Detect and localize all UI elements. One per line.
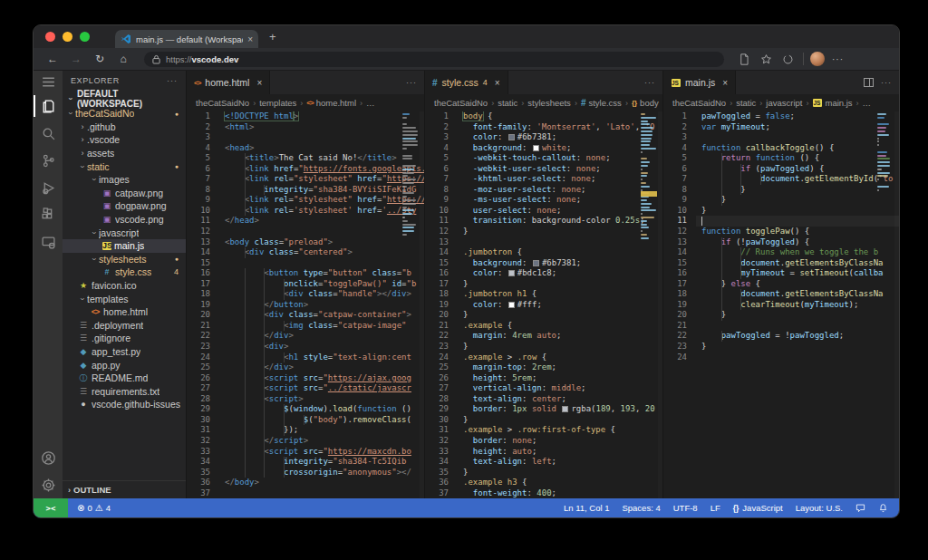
tree-item[interactable]: ›stylesheets● (63, 253, 186, 266)
more-actions-icon[interactable]: ··· (406, 78, 417, 87)
status-cursor-position[interactable]: Ln 11, Col 1 (564, 503, 610, 513)
split-editor-icon[interactable] (864, 78, 874, 87)
code-line[interactable]: document.getElementsByClassNa (696, 258, 899, 269)
code-line[interactable]: font-weight: 400; (458, 488, 662, 498)
breadcrumb-item[interactable]: theCatSaidNo (672, 98, 726, 108)
tree-item[interactable]: ›assets (63, 147, 186, 160)
code-line[interactable]: -ms-user-select: none; (458, 195, 662, 206)
code-line[interactable]: document.getElementsByClassNa (696, 289, 899, 300)
tree-item[interactable]: ☰requirements.txt (63, 384, 186, 398)
code-line[interactable] (219, 258, 424, 269)
status-notifications[interactable] (878, 503, 888, 513)
code-line[interactable]: } (458, 468, 662, 478)
code-line[interactable] (219, 227, 424, 237)
code-line[interactable]: font-family: 'Montserrat', 'Lato', 'O (458, 122, 662, 133)
explorer-more-actions-icon[interactable]: ··· (167, 76, 178, 85)
address-bar[interactable]: https://vscode.dev (144, 52, 724, 67)
tree-item[interactable]: ›templates (63, 292, 186, 305)
code-line[interactable]: pawToggled = !pawToggled; (696, 331, 899, 342)
breadcrumb-item[interactable]: stylesheets (527, 98, 571, 108)
tree-item[interactable]: JSmain.js (63, 239, 186, 253)
editor-tab-style.css[interactable]: #style.css4× (425, 71, 508, 94)
code-line[interactable]: } (696, 342, 899, 352)
code-line[interactable]: } (696, 195, 899, 206)
code-editor[interactable]: 1234567891011121314151617181920212223242… (187, 111, 424, 498)
code-line[interactable]: <div class="catpaw-container"> (219, 310, 424, 321)
zoom-window-button[interactable] (80, 32, 90, 42)
breadcrumb-item[interactable]: … (863, 98, 872, 108)
code-line[interactable]: // Runs when we toggle the b (696, 247, 899, 258)
close-icon[interactable]: × (722, 78, 728, 88)
tree-item[interactable]: ▣dogpaw.png (63, 199, 186, 213)
tree-item[interactable]: ›.vscode (63, 133, 186, 147)
breadcrumb-item[interactable]: #style.css (581, 98, 622, 108)
page-actions-icon[interactable] (735, 53, 753, 65)
close-icon[interactable]: × (495, 78, 500, 88)
code-line[interactable]: <link rel="stylesheet" href="https://st (219, 174, 424, 185)
code-line[interactable]: document.getElementById('to (696, 174, 899, 185)
menu-icon[interactable] (34, 71, 63, 92)
code-line[interactable]: } (696, 206, 899, 217)
workspace-section-header[interactable]: › DEFAULT (WORKSPACE) (63, 91, 186, 107)
breadcrumb-item[interactable]: static (736, 98, 756, 108)
code-line[interactable]: height: auto; (458, 447, 662, 458)
code-line[interactable]: if (pawToggled) { (696, 164, 899, 175)
new-tab-button[interactable]: + (269, 31, 276, 43)
code-line[interactable]: } (458, 227, 662, 237)
code-line[interactable]: return function () { (696, 153, 899, 164)
code-line[interactable]: </body> (219, 478, 424, 488)
code-line[interactable]: <body class="preload"> (219, 237, 424, 248)
tree-item[interactable]: ●vscode.github-issues (63, 398, 186, 411)
tree-item[interactable]: ▣vscode.png (63, 213, 186, 227)
browser-menu-icon[interactable]: ··· (832, 54, 844, 64)
close-icon[interactable]: × (256, 78, 262, 88)
tree-item[interactable]: <>home.html (63, 305, 186, 319)
code-line[interactable]: text-align: center; (458, 394, 662, 405)
editor-tab-home.html[interactable]: <>home.html× (187, 71, 270, 94)
code-line[interactable]: $("body").removeClass( (219, 415, 424, 426)
code-line[interactable]: border: 1px solid rgba(189, 193, 20 (458, 404, 662, 415)
extensions-view-icon[interactable] (34, 201, 63, 228)
code-line[interactable]: } (458, 279, 662, 290)
code-line[interactable] (696, 352, 899, 363)
code-line[interactable]: clearTimeout(myTimeout); (696, 300, 899, 311)
code-line[interactable]: } (458, 310, 662, 321)
code-line[interactable] (458, 237, 662, 248)
code-line[interactable] (696, 216, 899, 227)
tree-item[interactable]: #style.css4 (63, 266, 186, 279)
code-line[interactable]: <link href="https://fonts.googleapis.com… (219, 164, 424, 175)
status-encoding[interactable]: UTF-8 (673, 503, 698, 513)
code-line[interactable]: myTimeout = setTimeout(callba (696, 268, 899, 279)
problems-indicator[interactable]: ⊗ 0 ⚠ 4 (77, 503, 111, 513)
code-line[interactable]: color: #bdc1c8; (458, 268, 662, 279)
code-line[interactable]: <script src="https://maxcdn.bo (219, 447, 424, 458)
breadcrumb-item[interactable]: JSmain.js (812, 98, 852, 108)
code-line[interactable]: transition: background-color 0.25s; (458, 216, 662, 227)
code-line[interactable]: .example > .row:first-of-type { (458, 425, 662, 436)
code-line[interactable]: </script> (219, 436, 424, 447)
code-line[interactable]: -khtml-user-select: none; (458, 174, 662, 185)
breadcrumb-item[interactable]: … (366, 98, 375, 108)
code-line[interactable]: if (!pawToggled) { (696, 237, 899, 248)
code-line[interactable]: background: white; (458, 143, 662, 154)
code-line[interactable]: } (458, 415, 662, 426)
code-line[interactable]: background: #6b7381; (458, 258, 662, 269)
status-eol[interactable]: LF (710, 503, 720, 513)
code-line[interactable]: } (696, 310, 899, 321)
code-line[interactable]: .jumbotron h1 { (458, 289, 662, 300)
search-icon[interactable] (34, 120, 63, 147)
code-line[interactable]: .example h3 { (458, 478, 662, 488)
tree-item[interactable]: ☰.gitignore (63, 332, 186, 345)
favorites-icon[interactable] (757, 53, 775, 65)
code-line[interactable]: margin-top: 2rem; (458, 362, 662, 373)
code-line[interactable]: border: none; (458, 436, 662, 447)
status-language[interactable]: {}JavaScript (733, 503, 783, 513)
code-line[interactable]: .jumbotron { (458, 247, 662, 258)
minimap[interactable] (402, 113, 419, 498)
profile-avatar[interactable] (810, 52, 825, 66)
code-line[interactable]: -moz-user-select: none; (458, 185, 662, 196)
minimize-window-button[interactable] (63, 32, 72, 42)
outline-section-header[interactable]: › OUTLINE (63, 480, 186, 498)
code-line[interactable]: color: #fff; (458, 300, 662, 311)
code-line[interactable]: </button> (219, 300, 424, 311)
